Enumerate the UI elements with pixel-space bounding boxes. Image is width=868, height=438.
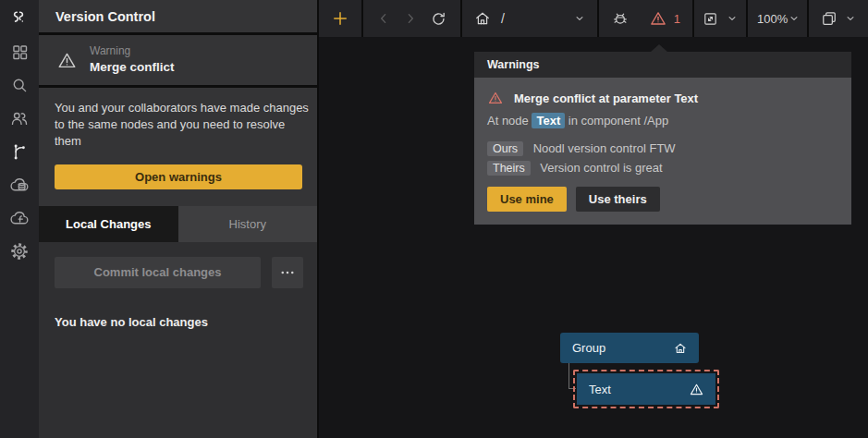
warnings-popup: Warnings Merge conflict at parameter Tex… — [474, 52, 851, 225]
more-options-button[interactable] — [272, 257, 303, 288]
cloud-functions-icon[interactable] — [6, 206, 32, 230]
refresh-icon — [430, 10, 447, 28]
preview-size-dropdown[interactable] — [694, 0, 746, 37]
warning-location: At node Text in component /App — [487, 114, 838, 128]
panel-title: Version Control — [39, 0, 317, 35]
chevron-down-icon — [788, 12, 801, 25]
warnings-button[interactable]: 1 — [649, 9, 680, 28]
version-control-branch-icon[interactable] — [6, 140, 32, 164]
cloud-services-icon[interactable] — [6, 173, 32, 197]
top-toolbar: / 1 — [317, 0, 868, 37]
popup-title: Warnings — [474, 52, 851, 78]
frames-dropdown[interactable] — [809, 0, 868, 37]
add-icon — [331, 9, 349, 28]
components-grid-icon[interactable] — [6, 40, 32, 64]
warning-summary[interactable]: Warning Merge conflict — [39, 35, 317, 88]
use-theirs-button[interactable]: Use theirs — [576, 187, 660, 212]
conflict-description-section: You and your collaborators have made cha… — [39, 88, 317, 206]
noodl-editor-window: Version Control Warning Merge conflict Y… — [0, 0, 868, 438]
chevron-down-icon — [844, 12, 857, 25]
collaborators-icon[interactable] — [6, 106, 32, 130]
warning-triangle-icon — [689, 382, 704, 397]
popup-caret — [651, 44, 667, 52]
open-warnings-button[interactable]: Open warnings — [55, 164, 302, 189]
conflict-description: You and your collaborators have made cha… — [55, 100, 310, 151]
warning-triangle-icon — [487, 90, 504, 106]
tab-local-changes[interactable]: Local Changes — [39, 206, 178, 242]
theirs-value: Version control is great — [540, 161, 662, 175]
chevron-down-icon — [726, 12, 739, 25]
group-node[interactable]: Group — [560, 333, 699, 363]
expand-icon — [702, 10, 719, 28]
node-label: Text — [589, 383, 689, 396]
ours-badge: Ours — [487, 141, 523, 156]
home-icon — [673, 341, 688, 356]
refresh-button[interactable] — [430, 10, 447, 28]
ours-value: Noodl version control FTW — [533, 141, 676, 155]
chevron-down-icon — [573, 12, 586, 25]
search-icon[interactable] — [6, 73, 32, 97]
commit-local-changes-button[interactable]: Commit local changes — [55, 257, 261, 288]
settings-gear-icon[interactable] — [6, 239, 32, 263]
node-name-badge[interactable]: Text — [532, 113, 565, 128]
text-node-conflict-outline[interactable]: Text — [573, 370, 719, 408]
bug-icon — [611, 9, 630, 28]
node-label: Group — [572, 341, 673, 355]
warning-triangle-icon — [649, 9, 667, 28]
commit-row: Commit local changes — [55, 257, 303, 288]
warning-icon — [56, 50, 78, 71]
text-node[interactable]: Text — [577, 373, 715, 405]
noodl-logo-icon[interactable] — [6, 6, 32, 30]
frames-icon — [820, 9, 838, 28]
left-icon-rail — [0, 0, 39, 438]
component-path-dropdown[interactable]: / — [462, 0, 597, 37]
panel-tabs: Local Changes History — [39, 206, 317, 242]
ours-row: Ours Noodl version control FTW — [487, 141, 838, 155]
location-prefix: At node — [487, 114, 529, 128]
chevron-right-icon — [403, 11, 418, 26]
no-local-changes-message: You have no local changes — [55, 315, 303, 329]
tab-history[interactable]: History — [178, 206, 318, 242]
theirs-badge: Theirs — [487, 161, 531, 176]
popup-body: Merge conflict at parameter Text At node… — [474, 78, 851, 225]
more-options-icon — [279, 264, 296, 281]
zoom-level: 100% — [757, 12, 788, 26]
popup-warning-title: Merge conflict at parameter Text — [514, 91, 698, 105]
warning-title: Merge conflict — [90, 59, 175, 76]
local-changes-content: Commit local changes You have no local c… — [39, 242, 317, 438]
add-node-button[interactable] — [331, 9, 349, 28]
warning-count: 1 — [674, 12, 680, 26]
chevron-left-icon — [376, 11, 391, 26]
version-control-panel: Version Control Warning Merge conflict Y… — [39, 0, 317, 438]
debug-button[interactable] — [611, 9, 630, 28]
home-icon — [473, 9, 492, 28]
warning-kind-label: Warning — [90, 44, 175, 59]
component-path: / — [501, 11, 505, 26]
use-mine-button[interactable]: Use mine — [487, 187, 567, 212]
navigate-forward-button[interactable] — [403, 11, 418, 26]
zoom-level-dropdown[interactable]: 100% — [748, 0, 807, 37]
location-suffix: in component /App — [568, 114, 668, 128]
theirs-row: Theirs Version control is great — [487, 161, 838, 175]
navigate-back-button[interactable] — [376, 11, 391, 26]
